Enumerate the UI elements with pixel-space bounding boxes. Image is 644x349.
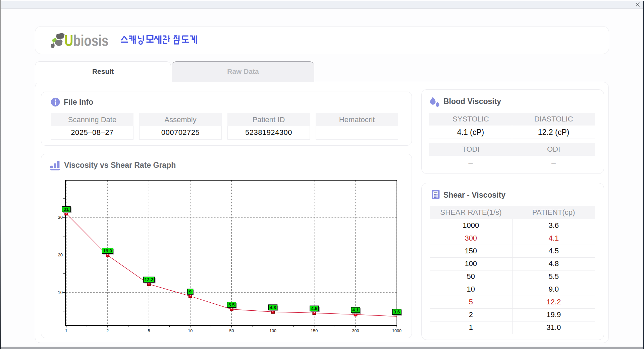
svg-text:150: 150 xyxy=(311,329,318,333)
svg-text:4.5: 4.5 xyxy=(311,306,317,311)
svg-text:20: 20 xyxy=(58,252,63,257)
svg-text:10: 10 xyxy=(188,329,193,333)
svg-text:31: 31 xyxy=(64,207,69,212)
svg-text:300: 300 xyxy=(352,329,359,333)
svg-text:1: 1 xyxy=(65,329,67,333)
svg-text:12.2: 12.2 xyxy=(145,277,153,282)
svg-text:3.6: 3.6 xyxy=(394,309,400,314)
svg-text:2: 2 xyxy=(106,329,109,333)
svg-text:19.9: 19.9 xyxy=(103,248,112,253)
svg-text:5: 5 xyxy=(148,329,150,333)
svg-text:4.8: 4.8 xyxy=(270,305,276,310)
svg-text:10: 10 xyxy=(58,290,63,295)
svg-text:4.1: 4.1 xyxy=(353,307,359,312)
svg-text:9: 9 xyxy=(189,289,192,294)
svg-text:50: 50 xyxy=(229,329,234,333)
svg-text:1000: 1000 xyxy=(392,329,401,333)
svg-text:5.5: 5.5 xyxy=(228,302,235,307)
svg-text:100: 100 xyxy=(269,329,276,333)
svg-text:30: 30 xyxy=(58,215,63,220)
